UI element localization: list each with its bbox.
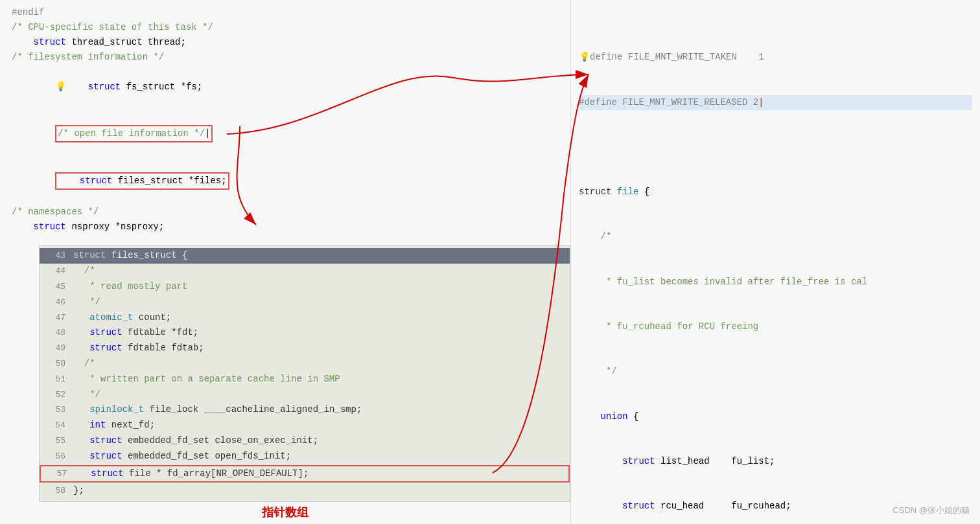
code-row-56: 56 struct embedded_fd_set open_fds_init; — [40, 449, 570, 464]
line-44-content: /* — [73, 264, 570, 279]
right-line-2: #define FILE_MNT_WRITE_RELEASED 2| — [579, 95, 972, 110]
code-row-50: 50 /* — [40, 356, 570, 372]
code-line-endif: #endif — [10, 5, 560, 20]
line-num-48: 48 — [40, 326, 73, 340]
right-line-comment2: * fu_list becomes invalid after file_fre… — [579, 275, 972, 290]
code-row-51: 51 * written part on a separate cache li… — [40, 372, 570, 387]
code-row-52: 52 */ — [40, 387, 570, 403]
code-row-48: 48 struct fdtable *fdt; — [40, 325, 570, 341]
right-line-list-head: struct list_head fu_list; — [579, 454, 972, 469]
right-line-comment3: * fu_rcuhead for RCU freeing — [579, 319, 972, 334]
line-num-50: 50 — [40, 357, 73, 371]
line-43-content: struct files_struct { — [73, 248, 570, 264]
line-num-58: 58 — [40, 484, 73, 498]
csdn-watermark: CSDN @张小姐的猫 — [892, 505, 970, 516]
code-line-ns-comment: /* namespaces */ — [10, 205, 560, 220]
line-num-46: 46 — [40, 295, 73, 310]
line-54-content: int next_fd; — [73, 418, 570, 433]
code-row-47: 47 atomic_t count; — [40, 310, 570, 326]
line-48-content: struct fdtable *fdt; — [73, 325, 570, 341]
line-56-content: struct embedded_fd_set open_fds_init; — [73, 449, 570, 464]
line-num-57: 57 — [41, 467, 75, 481]
left-bottom-code: 43 struct files_struct { 44 /* 45 * read… — [0, 245, 570, 520]
code-row-53: 53 spinlock_t file_lock ____cacheline_al… — [40, 402, 570, 418]
line-51-content: * written part on a separate cache line … — [73, 372, 570, 387]
line-num-43: 43 — [40, 249, 73, 263]
line-num-53: 53 — [40, 403, 73, 417]
code-line-fs-comment: /* filesystem information */ — [10, 50, 560, 65]
line-num-51: 51 — [40, 372, 73, 387]
left-top-code: #endif /* CPU-specific state of this tas… — [0, 0, 570, 234]
line-num-52: 52 — [40, 388, 73, 402]
code-line-thread: struct thread_struct thread; — [10, 35, 560, 50]
code-row-55: 55 struct embedded_fd_set close_on_exec_… — [40, 433, 570, 449]
line-58-content: }; — [73, 483, 570, 499]
line-57-content: struct file * fd_array[NR_OPEN_DEFAULT]; — [75, 466, 568, 482]
line-num-49: 49 — [40, 341, 73, 356]
line-53-content: spinlock_t file_lock ____cacheline_align… — [73, 402, 570, 418]
code-row-44: 44 /* — [40, 264, 570, 279]
line-45-content: * read mostly part — [73, 279, 570, 295]
code-row-45: 45 * read mostly part — [40, 279, 570, 295]
right-panel: 💡define FILE_MNT_WRITE_TAKEN 1 #define F… — [570, 0, 980, 524]
line-47-content: atomic_t count; — [73, 310, 570, 326]
line-num-56: 56 — [40, 450, 73, 464]
code-row-54: 54 int next_fd; — [40, 418, 570, 433]
code-line-fs: 💡 struct fs_struct *fs; — [10, 65, 560, 109]
line-50-content: /* — [73, 356, 570, 372]
line-num-54: 54 — [40, 418, 73, 433]
line-num-55: 55 — [40, 434, 73, 448]
line-num-45: 45 — [40, 280, 73, 294]
code-line-nsproxy: struct nsproxy *nsproxy; — [10, 220, 560, 234]
code-row-43: 43 struct files_struct { — [40, 248, 570, 264]
pointer-array-label: 指针数组 — [0, 505, 570, 520]
right-line-union: union { — [579, 409, 972, 424]
right-code-block: 💡define FILE_MNT_WRITE_TAKEN 1 #define F… — [579, 5, 972, 524]
line-55-content: struct embedded_fd_set close_on_exec_ini… — [73, 433, 570, 449]
line-num-47: 47 — [40, 311, 73, 325]
right-line-struct-file: struct file { — [579, 185, 972, 199]
files-struct-block: 43 struct files_struct { 44 /* 45 * read… — [39, 245, 570, 502]
line-46-content: */ — [73, 295, 570, 310]
code-row-46: 46 */ — [40, 295, 570, 310]
code-row-57: 57 struct file * fd_array[NR_OPEN_DEFAUL… — [40, 465, 570, 483]
main-container: #endif /* CPU-specific state of this tas… — [0, 0, 980, 524]
right-line-blank — [579, 140, 972, 155]
line-num-44: 44 — [40, 264, 73, 279]
code-line-files-struct: struct files_struct *files; — [10, 157, 560, 205]
line-52-content: */ — [73, 387, 570, 403]
line-49-content: struct fdtable fdtab; — [73, 341, 570, 356]
code-row-58: 58 }; — [40, 483, 570, 499]
code-line-openfile-comment: /* open file information */| — [10, 110, 560, 157]
right-line-1: 💡define FILE_MNT_WRITE_TAKEN 1 — [579, 50, 972, 65]
right-line-comment1: /* — [579, 229, 972, 244]
code-row-49: 49 struct fdtable fdtab; — [40, 341, 570, 356]
right-line-comment4: */ — [579, 364, 972, 379]
code-line-cpu-comment: /* CPU-specific state of this task */ — [10, 20, 560, 35]
left-panel: #endif /* CPU-specific state of this tas… — [0, 0, 570, 524]
